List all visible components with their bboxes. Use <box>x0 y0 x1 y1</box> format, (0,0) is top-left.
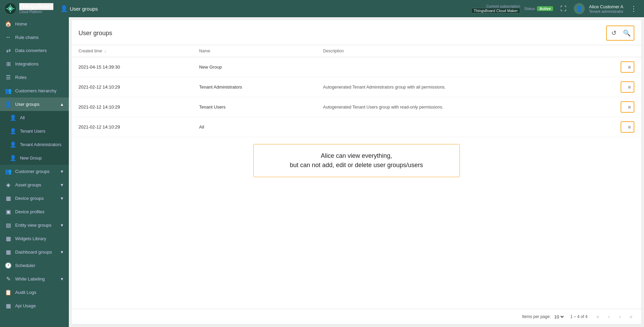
white-labeling-chevron: ▼ <box>60 277 64 282</box>
user-groups-submenu: 👤 All 👤 Tenant Users 👤 Tenant Administra… <box>0 111 69 165</box>
cell-description <box>316 57 614 77</box>
cell-actions: ≡ <box>614 57 641 77</box>
sidebar-item-asset-groups-label: Asset groups <box>15 182 41 187</box>
search-button[interactable]: 🔍 <box>621 27 633 39</box>
sidebar-item-customer-groups[interactable]: 👥 Customer groups ▼ <box>0 165 69 178</box>
user-groups-table: Created time ↓ Name Description 2021-04-… <box>72 45 641 137</box>
sidebar-item-device-groups[interactable]: ▦ Device groups ▼ <box>0 192 69 205</box>
sidebar-item-all[interactable]: 👤 All <box>0 111 69 124</box>
col-created-time[interactable]: Created time ↓ <box>72 45 192 57</box>
sidebar-item-audit-logs[interactable]: 📋 Audit Logs <box>0 286 69 299</box>
cell-name: All <box>192 117 316 137</box>
row-detail-button[interactable]: ≡ <box>626 123 632 131</box>
sidebar-item-audit-logs-label: Audit Logs <box>15 290 36 295</box>
sidebar-item-all-label: All <box>20 115 25 120</box>
row-detail-button[interactable]: ≡ <box>626 83 632 91</box>
sort-icon: ↓ <box>104 49 106 53</box>
table-row: 2021-02-12 14:10:29 Tenant Users Autogen… <box>72 97 641 117</box>
next-page-button[interactable]: › <box>615 312 625 321</box>
sidebar-item-integrations[interactable]: ⊞ Integrations <box>0 57 69 71</box>
user-groups-chevron: ▲ <box>60 102 64 107</box>
sidebar-item-data-converters-label: Data converters <box>15 48 47 53</box>
sidebar-item-new-group[interactable]: 👤 New Group <box>0 151 69 165</box>
expand-button[interactable]: ⛶ <box>557 2 570 15</box>
user-name: Alice Customer A <box>589 4 623 9</box>
table-row: 2021-02-12 14:10:29 All ≡ <box>72 117 641 137</box>
topbar-right: Current subscription ThingsBoard Cloud M… <box>471 2 640 15</box>
sidebar-item-rule-chains[interactable]: ↔ Rule chains <box>0 31 69 44</box>
subscription-badge: ThingsBoard Cloud Maker <box>471 8 520 13</box>
cell-actions: ≡ <box>614 117 641 137</box>
sidebar-item-entity-view-groups[interactable]: ▤ Entity view groups ▼ <box>0 218 69 232</box>
tenant-users-icon: 👤 <box>10 128 17 134</box>
new-group-icon: 👤 <box>10 155 17 161</box>
items-per-page: Items per page: 10 25 50 <box>522 314 565 320</box>
sidebar-item-roles[interactable]: ☰ Roles <box>0 71 69 84</box>
status-info: Status Active <box>524 6 553 11</box>
entity-view-groups-chevron: ▼ <box>60 223 64 228</box>
layout: 🏠 Home ↔ Rule chains ⇄ Data converters ⊞… <box>0 17 644 327</box>
more-menu-button[interactable]: ⋮ <box>627 2 640 15</box>
sidebar-item-asset-groups[interactable]: ◈ Asset groups ▼ <box>0 178 69 192</box>
sidebar-item-home[interactable]: 🏠 Home <box>0 17 69 31</box>
sidebar-item-api-usage[interactable]: ▦ Api Usage <box>0 299 69 313</box>
main-content: User groups ↺ 🔍 Created time ↓ Name <box>69 17 644 327</box>
logo-name: ThingsBoard <box>19 3 53 10</box>
sidebar-item-scheduler[interactable]: 🕐 Scheduler <box>0 259 69 272</box>
home-icon: 🏠 <box>5 21 12 27</box>
cell-created-time: 2021-02-12 14:10:29 <box>72 77 192 97</box>
logo-icon <box>4 2 17 15</box>
table-footer: Items per page: 10 25 50 1 – 4 of 4 « ‹ … <box>72 309 641 324</box>
col-description: Description <box>316 45 614 57</box>
sidebar-item-tenant-administrators[interactable]: 👤 Tenant Administrators <box>0 138 69 151</box>
first-page-button[interactable]: « <box>593 312 603 321</box>
sidebar-item-widgets-library[interactable]: ▦ Widgets Library <box>0 232 69 245</box>
pagination-range: 1 – 4 of 4 <box>570 314 588 319</box>
sidebar-item-home-label: Home <box>15 21 27 27</box>
items-per-page-select[interactable]: 10 25 50 <box>553 314 565 320</box>
prev-page-button[interactable]: ‹ <box>604 312 614 321</box>
info-message: Alice can view everything,but can not ad… <box>253 144 460 177</box>
last-page-button[interactable]: » <box>626 312 636 321</box>
cell-created-time: 2021-04-15 14:39:30 <box>72 57 192 77</box>
tenant-admins-icon: 👤 <box>10 141 17 148</box>
row-detail-button[interactable]: ≡ <box>626 63 632 71</box>
table-body: 2021-04-15 14:39:30 New Group ≡ 2021-02-… <box>72 57 641 137</box>
row-detail-button[interactable]: ≡ <box>626 103 632 111</box>
device-profiles-icon: ▣ <box>5 208 12 215</box>
table-row: 2021-02-12 14:10:29 Tenant Administrator… <box>72 77 641 97</box>
sidebar-item-widgets-library-label: Widgets Library <box>15 236 46 241</box>
sidebar: 🏠 Home ↔ Rule chains ⇄ Data converters ⊞… <box>0 17 69 327</box>
sidebar-item-data-converters[interactable]: ⇄ Data converters <box>0 44 69 57</box>
customer-groups-icon: 👥 <box>5 168 12 175</box>
cell-actions: ≡ <box>614 77 641 97</box>
scheduler-icon: 🕐 <box>5 262 12 269</box>
asset-groups-chevron: ▼ <box>60 183 64 187</box>
asset-groups-icon: ◈ <box>5 182 12 188</box>
user-info: Alice Customer A Tenant administrator <box>589 4 623 13</box>
sidebar-item-scheduler-label: Scheduler <box>15 263 35 268</box>
user-role: Tenant administrator <box>589 9 623 13</box>
sidebar-item-user-groups[interactable]: 👤 User groups ▲ <box>0 98 69 111</box>
sidebar-item-roles-label: Roles <box>15 75 27 80</box>
sidebar-item-customers-hierarchy-label: Customers hierarchy <box>15 88 56 93</box>
data-converters-icon: ⇄ <box>5 47 12 54</box>
sidebar-item-tenant-users[interactable]: 👤 Tenant Users <box>0 124 69 138</box>
topbar: ThingsBoard Cloud Platform 👤 User groups… <box>0 0 644 17</box>
refresh-button[interactable]: ↺ <box>608 27 620 39</box>
cell-name: New Group <box>192 57 316 77</box>
sidebar-item-tenant-users-label: Tenant Users <box>20 129 45 134</box>
sidebar-item-customers-hierarchy[interactable]: 👥 Customers hierarchy <box>0 84 69 98</box>
cell-actions: ≡ <box>614 97 641 117</box>
sidebar-item-user-groups-label: User groups <box>15 102 40 107</box>
sidebar-item-device-profiles[interactable]: ▣ Device profiles <box>0 205 69 218</box>
page-icon: 👤 <box>60 5 68 12</box>
svg-point-1 <box>9 7 12 10</box>
cell-description: Autogenerated Tenant Users group with re… <box>316 97 614 117</box>
sidebar-item-dashboard-groups[interactable]: ▦ Dashboard groups ▼ <box>0 245 69 259</box>
status-badge: Active <box>537 6 553 11</box>
customer-groups-chevron: ▼ <box>60 169 64 174</box>
sidebar-item-dashboard-groups-label: Dashboard groups <box>15 249 52 255</box>
content-area: User groups ↺ 🔍 Created time ↓ Name <box>72 20 641 324</box>
sidebar-item-white-labeling[interactable]: ✎ White Labeling ▼ <box>0 272 69 286</box>
